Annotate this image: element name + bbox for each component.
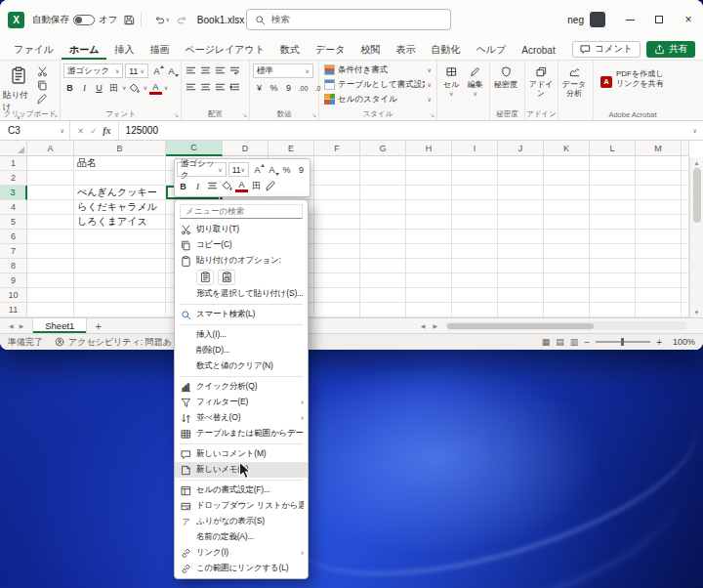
cell-J1[interactable] — [498, 156, 544, 171]
expand-formula-bar-icon[interactable]: ∨ — [687, 127, 703, 134]
cell-M1[interactable] — [636, 156, 682, 171]
cell-L7[interactable] — [590, 244, 636, 259]
cell-I2[interactable] — [452, 171, 498, 186]
context-menu-item[interactable]: テーブルまたは範囲からデータを... — [175, 426, 308, 441]
cell-J6[interactable] — [498, 230, 544, 244]
excel-app-icon[interactable]: X — [8, 12, 24, 28]
dialog-launcher-icon[interactable]: ↘ — [174, 111, 179, 118]
cell-F3[interactable] — [314, 186, 360, 200]
zoom-slider[interactable] — [596, 341, 650, 343]
context-menu-item[interactable]: クイック分析(Q) — [175, 379, 308, 395]
cell-I4[interactable] — [452, 200, 498, 215]
column-header-H[interactable]: H — [406, 141, 452, 156]
column-header-M[interactable]: M — [636, 141, 682, 156]
cell-L2[interactable] — [590, 171, 636, 186]
cell-I1[interactable] — [452, 156, 498, 171]
column-header-D[interactable]: D — [223, 141, 269, 156]
save-icon[interactable] — [124, 15, 135, 25]
align-bottom-button[interactable] — [214, 63, 227, 77]
row-header-2[interactable]: 2 — [0, 171, 27, 186]
cell-B8[interactable] — [74, 259, 166, 273]
cell-L1[interactable] — [590, 156, 636, 171]
cancel-entry-icon[interactable]: ✕ — [77, 126, 84, 136]
editing-menu-button[interactable]: 編集 ∨ — [465, 63, 487, 108]
chevron-down-icon[interactable]: ∨ — [164, 85, 168, 91]
paste-button[interactable]: 貼り付け ∨ — [3, 63, 34, 108]
normal-view-button[interactable]: ▦ — [542, 337, 551, 347]
avatar[interactable] — [590, 12, 605, 27]
context-menu-item[interactable]: この範囲にリンクする(L) — [175, 561, 308, 576]
cell-A6[interactable] — [27, 230, 74, 244]
cell-M5[interactable] — [636, 215, 682, 230]
ribbon-tab[interactable]: 自動化 — [424, 39, 469, 60]
row-header-9[interactable]: 9 — [0, 273, 27, 288]
cell-F2[interactable] — [314, 171, 360, 186]
comments-button[interactable]: コメント — [572, 41, 641, 58]
cell-M7[interactable] — [636, 244, 682, 259]
cell-G2[interactable] — [360, 171, 406, 186]
cell-J7[interactable] — [498, 244, 544, 259]
align-middle-button[interactable] — [199, 63, 212, 77]
cell-K2[interactable] — [544, 171, 590, 186]
ribbon-tab[interactable]: 表示 — [389, 39, 424, 60]
percent-style-button[interactable]: % — [268, 81, 280, 95]
context-menu-item[interactable]: 並べ替え(O)› — [175, 410, 308, 426]
cell-G7[interactable] — [360, 244, 406, 259]
cell-H3[interactable] — [406, 186, 452, 200]
cell-B3[interactable]: ぺんぎんクッキー — [74, 186, 166, 200]
zoom-level[interactable]: 100% — [668, 337, 695, 347]
cell-M10[interactable] — [636, 288, 682, 303]
cell-B2[interactable] — [74, 171, 166, 186]
vertical-scrollbar[interactable]: ▲ ▼ — [689, 157, 703, 317]
cell-F8[interactable] — [314, 259, 360, 273]
undo-icon[interactable] — [154, 15, 165, 25]
cell-J4[interactable] — [498, 200, 544, 215]
cell-H4[interactable] — [406, 200, 452, 215]
close-button[interactable]: × — [674, 0, 703, 39]
context-menu-item[interactable]: 形式を選択して貼り付け(S)... — [175, 286, 308, 302]
context-menu-item[interactable]: 新しいコメント(M) — [175, 446, 308, 462]
cell-L5[interactable] — [590, 215, 636, 230]
wrap-text-button[interactable] — [228, 63, 241, 77]
row-header-11[interactable]: 11 — [0, 303, 27, 317]
column-header-K[interactable]: K — [544, 141, 590, 156]
cell-J2[interactable] — [498, 171, 544, 186]
zoom-slider-knob[interactable] — [621, 338, 624, 346]
borders-button[interactable]: 田 — [107, 81, 120, 95]
select-all-corner[interactable] — [0, 141, 27, 156]
cell-F9[interactable] — [314, 273, 360, 288]
cell-B9[interactable] — [74, 273, 166, 288]
cell-B1[interactable]: 品名 — [74, 156, 166, 171]
cell-B5[interactable]: しろくまアイス — [74, 215, 166, 230]
zoom-out-button[interactable]: − — [584, 337, 590, 348]
row-header-3[interactable]: 3 — [0, 186, 27, 200]
fill-color-button[interactable] — [221, 180, 233, 193]
page-layout-view-button[interactable]: ▤ — [556, 337, 564, 347]
align-center-button[interactable] — [206, 180, 219, 193]
cells-menu-button[interactable]: セル ∨ — [440, 63, 463, 108]
format-painter-button[interactable] — [265, 180, 277, 193]
cell-H6[interactable] — [406, 230, 452, 244]
data-analysis-button[interactable]: データ分析 — [561, 63, 587, 98]
align-center-button[interactable] — [199, 80, 212, 94]
increase-font-size-button[interactable]: A — [251, 163, 264, 177]
sensitivity-button[interactable]: 秘密度 — [493, 63, 518, 90]
scrollbar-thumb[interactable] — [447, 323, 594, 329]
cell-M9[interactable] — [636, 273, 682, 288]
comma-style-button[interactable]: 9 — [282, 81, 295, 95]
chevron-down-icon[interactable]: ∨ — [165, 17, 169, 22]
column-header-F[interactable]: F — [314, 141, 360, 156]
row-header-4[interactable]: 4 — [0, 200, 27, 215]
cell-L11[interactable] — [590, 303, 636, 317]
ribbon-tab[interactable]: Acrobat — [514, 39, 562, 60]
ribbon-tab[interactable]: ファイル — [6, 39, 62, 60]
sheet-nav-right-icon[interactable]: ▶ — [17, 322, 27, 329]
chevron-down-icon[interactable]: ∨ — [143, 85, 146, 91]
ribbon-tab[interactable]: データ — [308, 39, 352, 60]
chevron-down-icon[interactable]: ∨ — [122, 85, 126, 91]
cell-K9[interactable] — [544, 273, 590, 288]
cell-H2[interactable] — [406, 171, 452, 186]
cell-M8[interactable] — [636, 259, 682, 273]
context-menu-item[interactable]: 挿入(I)... — [175, 327, 308, 343]
cell-I10[interactable] — [452, 288, 498, 303]
